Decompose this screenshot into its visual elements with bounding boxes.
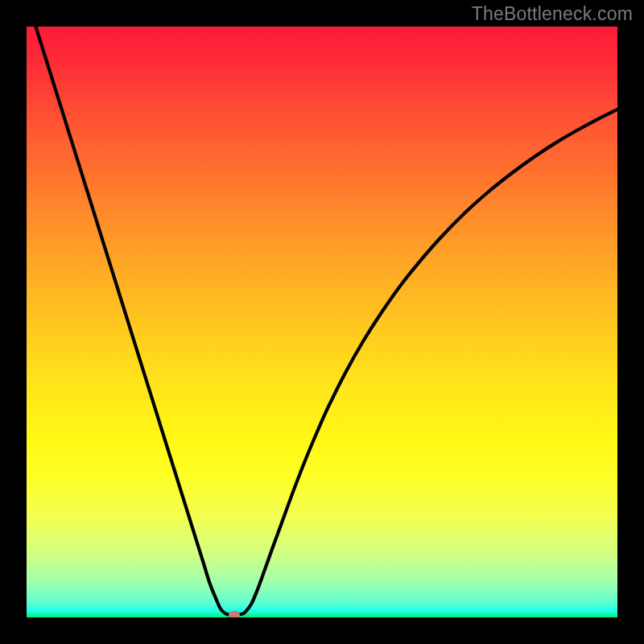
plot-area	[27, 27, 617, 617]
bottleneck-curve	[27, 27, 617, 617]
optimal-point-marker	[229, 610, 240, 617]
chart-frame: TheBottleneck.com	[0, 0, 644, 644]
watermark-text: TheBottleneck.com	[472, 3, 633, 25]
